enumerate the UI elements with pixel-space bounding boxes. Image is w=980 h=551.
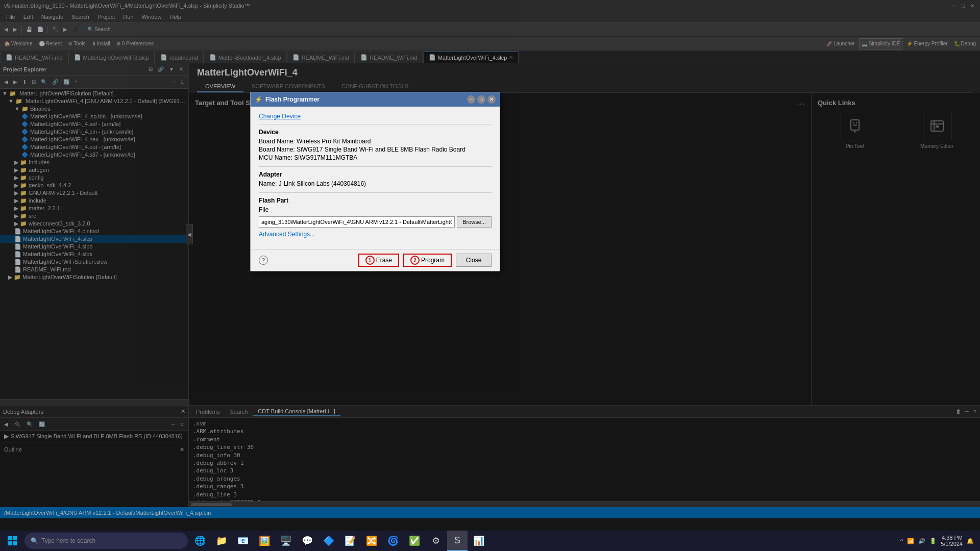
taskbar-app-simplicity[interactable]: S (447, 531, 468, 551)
modal-divider-1 (259, 124, 492, 124)
flash-programmer-title: Flash Programmer (265, 96, 320, 103)
taskbar-time: 4:38 PM (941, 535, 963, 541)
start-button[interactable] (2, 531, 22, 551)
adapter-name: Name: J-Link Silicon Labs (440304816) (259, 180, 492, 187)
taskbar-app-cmd[interactable]: 🖥️ (276, 531, 296, 551)
adapter-section: Adapter Name: J-Link Silicon Labs (44030… (259, 171, 492, 187)
taskbar-app-git[interactable]: 🔀 (361, 531, 382, 551)
taskbar-app-outlook[interactable]: 📧 (233, 531, 253, 551)
svg-rect-10 (13, 536, 17, 540)
flash-programmer-dialog: ⚡ Flash Programmer ─ □ ✕ Change Device D… (250, 92, 500, 271)
file-path-input[interactable] (259, 216, 455, 228)
modal-maximize-button[interactable]: □ (477, 95, 485, 104)
modal-divider-2 (259, 166, 492, 167)
file-row: Browse... (259, 216, 492, 228)
tray-notification-icon[interactable]: 🔔 (967, 538, 974, 544)
modal-title-left: ⚡ Flash Programmer (255, 96, 320, 103)
taskbar-apps: 🌐 📁 📧 🖼️ 🖥️ 💬 🔷 📝 🔀 🌀 ✅ ⚙ S 📊 (190, 531, 896, 551)
svg-rect-9 (8, 536, 12, 540)
close-dialog-button[interactable]: Close (456, 254, 492, 267)
mcu-name: MCU Name: SiWG917M111MGTBA (259, 154, 492, 161)
tray-sound-icon[interactable]: 🔊 (918, 538, 925, 544)
modal-action-buttons: 1 Erase 2 Program Close (358, 254, 492, 267)
tray-battery-icon[interactable]: 🔋 (929, 538, 937, 544)
taskbar-app-teams[interactable]: 💬 (297, 531, 317, 551)
taskbar-app-vscode[interactable]: 📝 (340, 531, 360, 551)
advanced-settings-link[interactable]: Advanced Settings... (259, 231, 315, 238)
modal-window-controls: ─ □ ✕ (467, 95, 496, 104)
adapter-section-title: Adapter (259, 171, 492, 178)
svg-rect-11 (8, 541, 12, 545)
flash-programmer-icon: ⚡ (255, 96, 262, 103)
taskbar-app-explorer[interactable]: 📁 (211, 531, 232, 551)
flash-part-section: Flash Part File Browse... Advanced Setti… (259, 197, 492, 238)
tray-network-icon[interactable]: 📶 (907, 538, 914, 544)
taskbar-tray: ^ 📶 🔊 🔋 4:38 PM 5/1/2024 🔔 (896, 535, 978, 547)
help-icon[interactable]: ? (259, 256, 268, 265)
modal-close-button[interactable]: ✕ (487, 95, 496, 104)
taskbar-app-chrome[interactable]: 🌐 (190, 531, 210, 551)
taskbar-app-photos[interactable]: 🖼️ (254, 531, 275, 551)
erase-circle-badge: 1 (365, 256, 375, 265)
taskbar-clock[interactable]: 4:38 PM 5/1/2024 (941, 535, 963, 547)
taskbar-search-icon: 🔍 (31, 537, 38, 544)
modal-divider-3 (259, 192, 492, 193)
file-label: File (259, 206, 492, 213)
browse-button[interactable]: Browse... (457, 216, 492, 228)
flash-programmer-titlebar: ⚡ Flash Programmer ─ □ ✕ (251, 92, 500, 107)
svg-rect-12 (13, 541, 17, 545)
taskbar-app-settings[interactable]: ⚙ (426, 531, 446, 551)
device-section-title: Device (259, 129, 492, 136)
board-name-1: Board Name: Wireless Pro Kit Mainboard (259, 138, 492, 145)
taskbar-search-placeholder: Type here to search (41, 537, 95, 544)
program-circle-badge: 2 (410, 256, 420, 265)
taskbar-app-vs[interactable]: 🔷 (318, 531, 339, 551)
flash-part-title: Flash Part (259, 197, 492, 204)
change-device-link[interactable]: Change Device (259, 113, 301, 120)
erase-button[interactable]: 1 Erase (358, 254, 399, 267)
board-name-2: Board Name: SiWG917 Single Band Wi-Fi an… (259, 146, 492, 153)
taskbar-app-todo[interactable]: ✅ (404, 531, 425, 551)
taskbar-date: 5/1/2024 (941, 541, 963, 547)
program-button[interactable]: 2 Program (403, 254, 452, 267)
modal-overlay: ⚡ Flash Programmer ─ □ ✕ Change Device D… (0, 0, 980, 551)
flash-programmer-body: Change Device Device Board Name: Wireles… (251, 107, 500, 249)
taskbar-app-excel[interactable]: 📊 (469, 531, 489, 551)
modal-minimize-button[interactable]: ─ (467, 95, 475, 104)
taskbar: 🔍 Type here to search 🌐 📁 📧 🖼️ 🖥️ 💬 🔷 📝 … (0, 531, 980, 551)
flash-programmer-footer: ? 1 Erase 2 Program Close (251, 249, 500, 271)
taskbar-search-box[interactable]: 🔍 Type here to search (24, 533, 188, 549)
device-section: Device Board Name: Wireless Pro Kit Main… (259, 129, 492, 161)
taskbar-app-edge[interactable]: 🌀 (383, 531, 403, 551)
tray-chevron-icon[interactable]: ^ (900, 538, 903, 544)
